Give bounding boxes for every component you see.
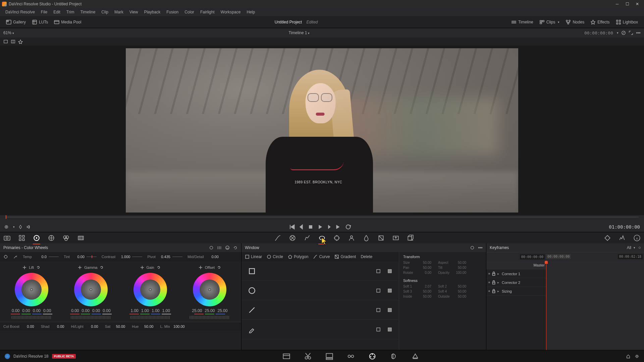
menu-file[interactable]: File bbox=[38, 9, 50, 15]
menu-view[interactable]: View bbox=[127, 9, 141, 15]
camera-raw-icon[interactable] bbox=[3, 234, 11, 242]
image-wipe-icon[interactable] bbox=[3, 39, 8, 44]
wheel-picker-icon[interactable] bbox=[77, 265, 82, 270]
qualifier-view-icon[interactable] bbox=[4, 225, 9, 229]
wheel-reset-icon[interactable] bbox=[217, 265, 221, 270]
menu-clip[interactable]: Clip bbox=[99, 9, 111, 15]
hilight-value[interactable]: 0.00 bbox=[86, 324, 98, 328]
color-warper-icon[interactable] bbox=[289, 234, 296, 242]
shape-circle-row[interactable] bbox=[241, 281, 399, 300]
shape-linear-row[interactable] bbox=[241, 261, 399, 281]
minimize-button[interactable]: ─ bbox=[612, 1, 622, 7]
scrubber[interactable] bbox=[0, 215, 644, 222]
luts-button[interactable]: LUTs bbox=[29, 18, 51, 26]
polygon-tab[interactable]: Polygon bbox=[288, 254, 308, 259]
middetail-value[interactable]: 0.00 bbox=[206, 255, 219, 259]
temp-value[interactable]: 0.0 bbox=[34, 255, 47, 259]
cut-page[interactable] bbox=[304, 352, 312, 360]
wheel-picker-icon[interactable] bbox=[140, 265, 145, 270]
curve-tab[interactable]: Curve bbox=[313, 254, 330, 259]
options-icon[interactable] bbox=[636, 31, 641, 35]
lightbox-button[interactable]: Lightbox bbox=[613, 18, 641, 26]
menu-workspace[interactable]: Workspace bbox=[218, 9, 244, 15]
record-timecode[interactable]: 01:00:00:00 bbox=[609, 224, 640, 230]
clips-button[interactable]: Clips▾ bbox=[537, 18, 562, 26]
fairlight-page[interactable] bbox=[390, 352, 398, 360]
wheel-jog[interactable] bbox=[71, 316, 111, 319]
key-icon[interactable] bbox=[377, 234, 385, 242]
hdr-wheels-icon[interactable] bbox=[48, 234, 55, 242]
menu-color[interactable]: Color bbox=[182, 9, 197, 15]
edit-page[interactable] bbox=[325, 352, 333, 360]
menu-mark[interactable]: Mark bbox=[112, 9, 126, 15]
highlight-icon[interactable] bbox=[18, 39, 23, 44]
menu-fusion[interactable]: Fusion bbox=[164, 9, 181, 15]
lock-icon[interactable] bbox=[491, 272, 496, 276]
wheel-reset-icon[interactable] bbox=[156, 265, 161, 270]
shape-mask-icon[interactable] bbox=[387, 269, 392, 274]
menu-help[interactable]: Help bbox=[244, 9, 258, 15]
reset-icon[interactable] bbox=[233, 245, 238, 250]
window-preset-icon[interactable] bbox=[470, 245, 475, 250]
rgb-mixer-icon[interactable] bbox=[62, 234, 70, 242]
lmix-value[interactable]: 100.00 bbox=[172, 324, 185, 328]
stop-button[interactable] bbox=[307, 224, 314, 230]
sat-value[interactable]: 50.00 bbox=[112, 324, 125, 328]
keyframes-playhead[interactable] bbox=[546, 261, 546, 350]
scopes-icon[interactable] bbox=[619, 234, 626, 242]
viewer-image[interactable]: 1989 EST. BROOKLYN, NYC bbox=[126, 48, 518, 213]
contrast-value[interactable]: 1.000 bbox=[117, 255, 130, 259]
log-mode-icon[interactable] bbox=[225, 245, 230, 250]
expand-icon[interactable]: ▸ bbox=[497, 272, 499, 276]
maximize-button[interactable]: ☐ bbox=[623, 1, 632, 7]
window-icon[interactable] bbox=[318, 234, 326, 242]
split-screen-icon[interactable] bbox=[11, 39, 15, 44]
shape-invert-icon[interactable] bbox=[376, 269, 381, 274]
wheel-picker-icon[interactable] bbox=[22, 265, 27, 270]
shape-curve-row[interactable] bbox=[241, 300, 399, 320]
play-button[interactable] bbox=[317, 224, 323, 230]
hue-value[interactable]: 50.00 bbox=[141, 324, 153, 328]
deliver-page[interactable] bbox=[411, 352, 419, 360]
lock-icon[interactable] bbox=[491, 289, 496, 294]
color-wheel-offset[interactable] bbox=[193, 273, 226, 306]
zoom-value[interactable]: 61%▾ bbox=[3, 31, 14, 35]
motion-effects-icon[interactable] bbox=[77, 234, 85, 242]
gradient-tab[interactable]: Gradient bbox=[334, 254, 356, 259]
color-wheel-gamma[interactable] bbox=[74, 273, 108, 306]
qualifier-icon[interactable] bbox=[304, 234, 311, 242]
tint-value[interactable]: 0.00 bbox=[72, 255, 85, 259]
bars-mode-icon[interactable] bbox=[217, 245, 222, 250]
wheel-jog[interactable] bbox=[190, 316, 230, 319]
shad-value[interactable]: 0.00 bbox=[51, 324, 64, 328]
color-wheel-lift[interactable] bbox=[15, 273, 48, 306]
menu-edit[interactable]: Edit bbox=[51, 9, 63, 15]
close-button[interactable]: ✕ bbox=[633, 1, 642, 7]
mute-icon[interactable] bbox=[26, 225, 31, 229]
wheel-picker-icon[interactable] bbox=[198, 265, 203, 270]
first-frame-button[interactable] bbox=[288, 224, 295, 230]
expand-icon[interactable] bbox=[629, 31, 633, 35]
shape-pen-row[interactable] bbox=[241, 320, 399, 339]
media-page[interactable] bbox=[282, 352, 290, 360]
info-icon[interactable] bbox=[633, 234, 641, 242]
color-page[interactable] bbox=[368, 352, 376, 360]
effects-button[interactable]: Effects bbox=[588, 18, 612, 26]
wheels-mode-icon[interactable] bbox=[209, 245, 214, 250]
window-options-icon[interactable] bbox=[478, 245, 483, 250]
wheel-reset-icon[interactable] bbox=[36, 265, 41, 270]
curves-icon[interactable] bbox=[274, 234, 281, 242]
linear-tab[interactable]: Linear bbox=[245, 254, 262, 259]
menu-timeline[interactable]: Timeline bbox=[77, 9, 98, 15]
auto-balance-icon[interactable] bbox=[3, 254, 8, 259]
tracking-icon[interactable] bbox=[333, 234, 340, 242]
menu-trim[interactable]: Trim bbox=[64, 9, 77, 15]
project-settings-icon[interactable] bbox=[635, 354, 639, 359]
home-icon[interactable] bbox=[626, 354, 631, 359]
pivot-value[interactable]: 0.435 bbox=[158, 255, 170, 259]
prev-button[interactable] bbox=[298, 224, 305, 230]
keyframe-mode-icon[interactable] bbox=[604, 234, 611, 242]
loop-button[interactable] bbox=[345, 224, 352, 230]
fusion-page[interactable] bbox=[347, 352, 355, 360]
timeline-name-dropdown[interactable]: Timeline 1▾ bbox=[289, 31, 310, 35]
